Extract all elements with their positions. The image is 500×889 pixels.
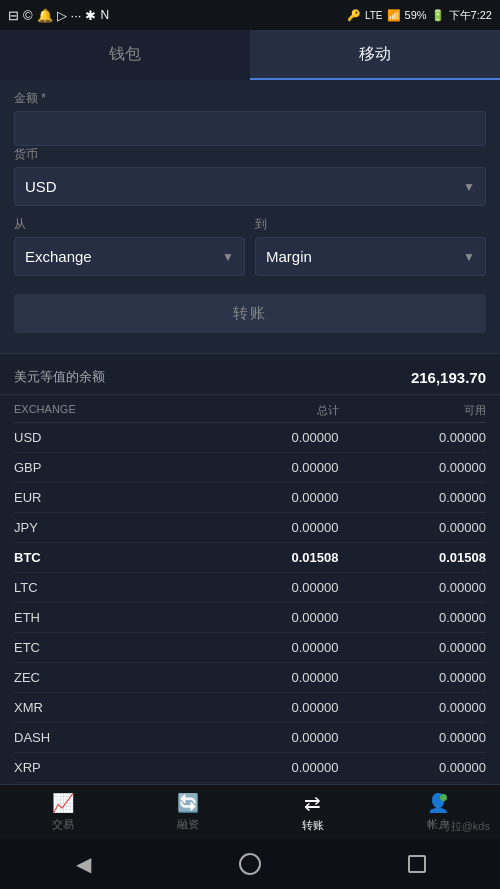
amount-label: 金额 * — [14, 90, 486, 107]
home-button[interactable] — [235, 849, 265, 879]
system-nav-bar: ◀ — [0, 839, 500, 889]
td-total: 0.00000 — [191, 610, 339, 625]
td-total: 0.00000 — [191, 640, 339, 655]
transfer-icon: ⇄ — [304, 791, 321, 815]
currency-value: USD — [25, 178, 57, 195]
table-row: ZEC 0.00000 0.00000 — [14, 663, 486, 693]
table-row: DASH 0.00000 0.00000 — [14, 723, 486, 753]
table-row: XRP 0.00000 0.00000 — [14, 753, 486, 783]
balance-label: 美元等值的余额 — [14, 368, 105, 386]
key-icon: 🔑 — [347, 9, 361, 22]
td-currency: XMR — [14, 700, 191, 715]
amount-row: 金额 * 货币 USD ▼ — [14, 90, 486, 206]
amount-group: 金额 * — [14, 90, 486, 146]
td-total: 0.00000 — [191, 520, 339, 535]
td-currency: JPY — [14, 520, 191, 535]
table-row: ETH 0.00000 0.00000 — [14, 603, 486, 633]
status-right: 🔑 LTE 📶 59% 🔋 下午7:22 — [347, 8, 492, 23]
td-currency: ETH — [14, 610, 191, 625]
watermark: 考拉@kds — [440, 819, 490, 834]
table-row: BTC 0.01508 0.01508 — [14, 543, 486, 573]
top-tabs: 钱包 移动 — [0, 30, 500, 80]
td-total: 0.00000 — [191, 490, 339, 505]
table-row: ETC 0.00000 0.00000 — [14, 633, 486, 663]
home-icon — [239, 853, 261, 875]
from-group: 从 Exchange ▼ — [14, 216, 245, 276]
from-label: 从 — [14, 216, 245, 233]
td-available: 0.00000 — [339, 430, 487, 445]
battery-icon: 🔋 — [431, 9, 445, 22]
td-total: 0.00000 — [191, 760, 339, 775]
td-currency: ETC — [14, 640, 191, 655]
from-to-row: 从 Exchange ▼ 到 Margin ▼ — [14, 216, 486, 276]
td-currency: DASH — [14, 730, 191, 745]
play-icon: ▷ — [57, 8, 67, 23]
tab-mobile[interactable]: 移动 — [250, 30, 500, 80]
back-button[interactable]: ◀ — [68, 849, 98, 879]
td-available: 0.00000 — [339, 730, 487, 745]
nfc-icon: N — [100, 8, 109, 22]
bottom-nav: 📈 交易 🔄 融资 ⇄ 转账 👤 帐户 — [0, 784, 500, 839]
notification-icon: 🔔 — [37, 8, 53, 23]
transfer-btn-container: 转账 — [14, 286, 486, 337]
nav-label-transfer: 转账 — [302, 818, 324, 833]
total-header: 总计 — [191, 403, 339, 418]
to-value: Margin — [266, 248, 312, 265]
back-icon: ◀ — [76, 852, 91, 876]
td-available: 0.00000 — [339, 700, 487, 715]
chevron-down-icon-to: ▼ — [463, 250, 475, 264]
td-available: 0.01508 — [339, 550, 487, 565]
table-rows-container: USD 0.00000 0.00000 GBP 0.00000 0.00000 … — [14, 423, 486, 783]
status-left: ⊟ © 🔔 ▷ ··· ✱ N — [8, 8, 109, 23]
nav-label-trade: 交易 — [52, 817, 74, 832]
from-select[interactable]: Exchange ▼ — [14, 237, 245, 276]
more-icon: ··· — [71, 8, 82, 23]
from-value: Exchange — [25, 248, 92, 265]
td-available: 0.00000 — [339, 760, 487, 775]
td-available: 0.00000 — [339, 640, 487, 655]
recents-button[interactable] — [402, 849, 432, 879]
nav-item-trade[interactable]: 📈 交易 — [0, 785, 125, 839]
td-available: 0.00000 — [339, 580, 487, 595]
to-select[interactable]: Margin ▼ — [255, 237, 486, 276]
td-currency: LTC — [14, 580, 191, 595]
table-row: EUR 0.00000 0.00000 — [14, 483, 486, 513]
lte-label: LTE — [365, 10, 383, 21]
finance-icon: 🔄 — [177, 792, 199, 814]
available-header: 可用 — [339, 403, 487, 418]
td-currency: ZEC — [14, 670, 191, 685]
table-row: LTC 0.00000 0.00000 — [14, 573, 486, 603]
table-row: JPY 0.00000 0.00000 — [14, 513, 486, 543]
form-section: 金额 * 货币 USD ▼ 从 Exchange ▼ 到 Margin ▼ — [0, 80, 500, 354]
currency-group: 货币 USD ▼ — [14, 146, 486, 206]
td-total: 0.00000 — [191, 430, 339, 445]
td-available: 0.00000 — [339, 520, 487, 535]
balance-value: 216,193.70 — [411, 369, 486, 386]
to-label: 到 — [255, 216, 486, 233]
account-icon-wrapper: 👤 — [427, 792, 449, 814]
chevron-down-icon-from: ▼ — [222, 250, 234, 264]
app-icon-2: © — [23, 8, 33, 23]
td-available: 0.00000 — [339, 460, 487, 475]
td-total: 0.00000 — [191, 670, 339, 685]
bluetooth-icon: ✱ — [85, 8, 96, 23]
tab-wallet[interactable]: 钱包 — [0, 30, 250, 80]
td-currency: GBP — [14, 460, 191, 475]
time-label: 下午7:22 — [449, 8, 492, 23]
td-currency: XRP — [14, 760, 191, 775]
nav-item-finance[interactable]: 🔄 融资 — [125, 785, 250, 839]
trade-icon: 📈 — [52, 792, 74, 814]
chevron-down-icon: ▼ — [463, 180, 475, 194]
exchange-section-label: EXCHANGE — [14, 403, 191, 418]
nav-label-finance: 融资 — [177, 817, 199, 832]
table-row: USD 0.00000 0.00000 — [14, 423, 486, 453]
td-available: 0.00000 — [339, 610, 487, 625]
amount-input[interactable] — [14, 111, 486, 146]
td-currency: USD — [14, 430, 191, 445]
nav-item-transfer[interactable]: ⇄ 转账 — [250, 785, 375, 839]
transfer-button[interactable]: 转账 — [14, 294, 486, 333]
currency-select[interactable]: USD ▼ — [14, 167, 486, 206]
td-currency: EUR — [14, 490, 191, 505]
status-bar: ⊟ © 🔔 ▷ ··· ✱ N 🔑 LTE 📶 59% 🔋 下午7:22 — [0, 0, 500, 30]
currency-label: 货币 — [14, 146, 486, 163]
